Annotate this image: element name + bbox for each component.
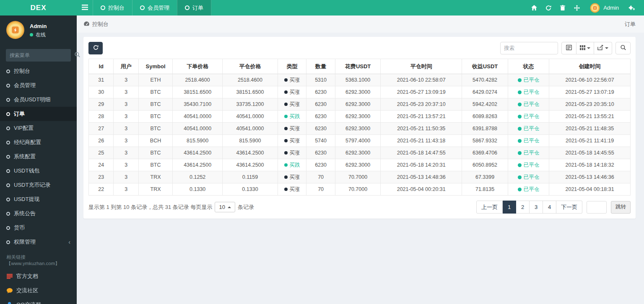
nav-tab[interactable]: 控制台: [93, 0, 132, 15]
cell-profit_usdt: 6391.8788: [462, 123, 508, 135]
cell-close_price: 40541.0000: [223, 111, 278, 123]
cell-user: 3: [114, 86, 138, 98]
type-badge: 买跌: [284, 113, 300, 120]
circle-icon: [6, 169, 10, 173]
sidebar-item[interactable]: 系统公告: [0, 206, 77, 221]
user-avatar: [590, 3, 600, 13]
sidebar-item[interactable]: USDT钱包: [0, 164, 77, 178]
cell-order_price: 35430.7100: [173, 98, 223, 111]
page-buttons: 上一页1234下一页: [476, 201, 582, 214]
sidebar-item-label: 会员管理: [14, 82, 36, 89]
cell-user: 3: [114, 135, 138, 147]
columns-button[interactable]: [576, 42, 594, 54]
cell-amount: 6230: [306, 147, 335, 159]
cell-order_price: 2518.4600: [173, 74, 223, 86]
type-badge: 买涨: [284, 101, 300, 108]
sidebar-link-label: 官方文档: [16, 273, 38, 280]
cell-id: 27: [89, 123, 114, 135]
sidebar-item[interactable]: 会员管理: [0, 78, 77, 93]
page-button[interactable]: 2: [516, 201, 530, 214]
cell-cost_usdt: 6292.3000: [335, 111, 381, 123]
sidebar-item[interactable]: VIP配置: [0, 121, 77, 135]
page-size-value: 10: [219, 204, 225, 210]
cell-cost_usdt: 5363.1000: [335, 74, 381, 86]
table-header-row: Id用户Symbol下单价格平仓价格类型数量花费USDT平仓时间收益USDT状态…: [89, 59, 631, 74]
cell-symbol: TRX: [138, 183, 172, 196]
cell-symbol: BTC: [138, 111, 172, 123]
breadcrumb-page: 订单: [625, 21, 636, 28]
export-button[interactable]: [594, 42, 612, 54]
page-button[interactable]: 1: [503, 201, 516, 214]
sidebar-toggle-button[interactable]: [77, 0, 93, 15]
navbar-user[interactable]: Admin: [584, 3, 625, 13]
nav-tab-label: 控制台: [108, 4, 125, 12]
page-button[interactable]: 4: [543, 201, 556, 214]
cell-cost_usdt: 6292.3000: [335, 159, 381, 171]
type-badge: 买跌: [284, 162, 300, 169]
sidebar-item[interactable]: 货币: [0, 221, 77, 235]
sidebar-item[interactable]: USDT充币记录: [0, 178, 77, 192]
home-icon[interactable]: [527, 0, 541, 15]
sidebar-link-label: QQ交流群: [16, 301, 41, 304]
toolbar-right: [500, 42, 631, 54]
column-header: 平仓价格: [223, 59, 278, 74]
type-badge: 买涨: [284, 77, 300, 84]
cell-user: 3: [114, 147, 138, 159]
status-badge: 已平仓: [518, 174, 540, 181]
cell-profit_usdt: 5470.4282: [462, 74, 508, 86]
sidebar-item[interactable]: 会员USDT明细: [0, 93, 77, 107]
sidebar-search-input[interactable]: [10, 52, 75, 58]
cell-user: 3: [114, 159, 138, 171]
pagination-info-suffix: 条记录: [238, 204, 254, 211]
cell-create_time: 2021-05-21 13:55:21: [549, 111, 631, 123]
next-page-button[interactable]: 下一页: [556, 201, 582, 214]
trash-icon[interactable]: [556, 0, 570, 15]
page-button[interactable]: 3: [530, 201, 543, 214]
prev-page-button[interactable]: 上一页: [476, 201, 503, 214]
circle-icon: [6, 84, 10, 88]
refresh-button[interactable]: [88, 42, 103, 54]
sidebar-item[interactable]: USDT提现: [0, 192, 77, 206]
cell-create_time: 2021-05-21 11:41:19: [549, 135, 631, 147]
brand-logo: DEX: [0, 0, 77, 15]
sidebar-search: [6, 49, 71, 62]
cell-create_time: 2021-05-18 14:45:55: [549, 147, 631, 159]
jump-page-input[interactable]: [587, 201, 607, 214]
search-icon[interactable]: [75, 52, 80, 59]
cell-id: 28: [89, 111, 114, 123]
orders-table: Id用户Symbol下单价格平仓价格类型数量花费USDT平仓时间收益USDT状态…: [88, 59, 631, 196]
sidebar-link[interactable]: QQ交流群: [0, 298, 77, 304]
refresh-icon[interactable]: [541, 0, 556, 15]
sidebar-item-label: USDT钱包: [14, 167, 39, 175]
sidebar-link[interactable]: 交流社区: [0, 283, 77, 298]
refresh-icon: [93, 45, 99, 52]
cell-close_price: 40541.0000: [223, 123, 278, 135]
nav-tab[interactable]: 会员管理: [132, 0, 177, 15]
sidebar-link[interactable]: 官方文档: [0, 269, 77, 283]
nav-tab[interactable]: 订单: [177, 0, 211, 15]
cell-id: 22: [89, 183, 114, 196]
sidebar-item[interactable]: 系统配置: [0, 149, 77, 164]
columns-icon: [580, 45, 585, 52]
cell-user: 3: [114, 111, 138, 123]
user-avatar: [6, 21, 25, 41]
sidebar-item[interactable]: 经纪商配置: [0, 135, 77, 149]
cell-close_price: 43614.2500: [223, 147, 278, 159]
page-size-select[interactable]: 10: [215, 202, 235, 212]
detail-view-icon: [566, 45, 572, 52]
search-button[interactable]: [615, 42, 631, 54]
dot-icon: [518, 115, 522, 119]
sidebar-item[interactable]: 控制台: [0, 64, 77, 78]
table-search-input[interactable]: [500, 42, 558, 54]
gears-icon[interactable]: [625, 0, 639, 15]
jump-button[interactable]: 跳转: [611, 201, 631, 214]
detail-view-button[interactable]: [561, 42, 576, 54]
sidebar-item[interactable]: 权限管理‹: [0, 235, 77, 249]
fullscreen-icon[interactable]: [570, 0, 584, 15]
chevron-down-icon: [605, 47, 608, 49]
dashboard-icon: [83, 21, 90, 28]
table-row: 233TRX0.12520.1159买涨7070.70002021-05-13 …: [89, 171, 631, 183]
sidebar-item[interactable]: 订单: [0, 107, 77, 121]
main-area: 控制台 订单: [77, 0, 644, 304]
cell-profit_usdt: 6050.8952: [462, 159, 508, 171]
